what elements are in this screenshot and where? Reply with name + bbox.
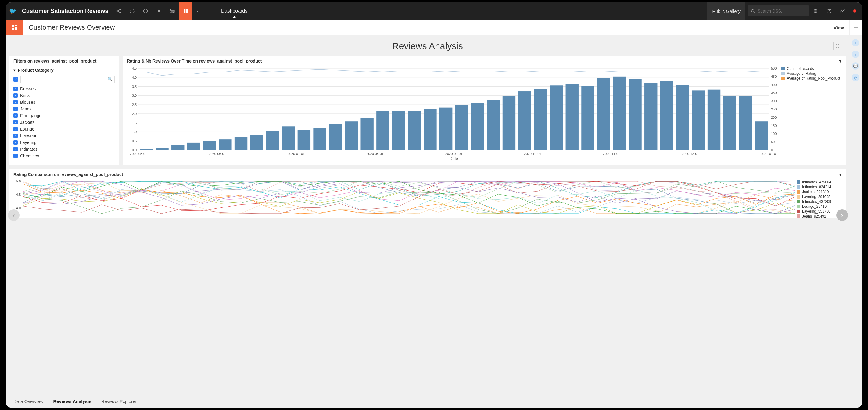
- svg-rect-74: [392, 111, 405, 150]
- rail-comment-icon[interactable]: 💬: [852, 62, 859, 69]
- filter-item[interactable]: ✓Fine gauge: [13, 112, 115, 119]
- svg-text:250: 250: [771, 107, 776, 111]
- scroll-area[interactable]: Reviews Analysis ⛶ Filters on reviews_ag…: [6, 35, 849, 395]
- checkbox-icon[interactable]: ✓: [13, 107, 18, 111]
- svg-rect-75: [408, 111, 421, 150]
- play-icon[interactable]: [152, 2, 165, 20]
- legend-item: Average of Rating_Pool_Product: [781, 76, 842, 81]
- tab-reviews-explorer[interactable]: Reviews Explorer: [96, 395, 142, 408]
- checkbox-icon[interactable]: ✓: [13, 140, 18, 145]
- search-input[interactable]: [755, 8, 806, 13]
- recipes-icon[interactable]: [125, 2, 139, 20]
- svg-rect-81: [503, 96, 516, 150]
- activity-icon[interactable]: [836, 2, 849, 20]
- svg-rect-68: [298, 130, 310, 150]
- svg-rect-65: [250, 135, 263, 150]
- dashboard-icon[interactable]: [179, 2, 192, 20]
- chart2-title: Rating Comparison on reviews_against_poo…: [9, 169, 846, 180]
- filter-item[interactable]: ✓Knits: [13, 92, 115, 99]
- filter-item[interactable]: ✓Blouses: [13, 99, 115, 106]
- svg-text:2.5: 2.5: [132, 103, 136, 107]
- filter-item[interactable]: ✓Jeans: [13, 106, 115, 112]
- svg-rect-18: [814, 12, 815, 13]
- checkbox-icon[interactable]: ✓: [13, 147, 18, 151]
- filter-item[interactable]: ✓Lounge: [13, 126, 115, 133]
- checkbox-icon[interactable]: ✓: [13, 127, 18, 131]
- checkbox-icon[interactable]: ✓: [13, 134, 18, 138]
- filter-item[interactable]: ✓Chemises: [13, 152, 115, 159]
- filter-item-label: Dresses: [20, 86, 36, 91]
- caret-down-icon: ▾: [13, 68, 15, 72]
- checkbox-icon[interactable]: ✓: [13, 87, 18, 91]
- svg-rect-23: [12, 25, 14, 27]
- filter-item[interactable]: ✓Intimates: [13, 146, 115, 152]
- filter-item[interactable]: ✓Jackets: [13, 119, 115, 126]
- apps-icon[interactable]: [809, 2, 822, 20]
- collapse-right-icon[interactable]: ←: [850, 20, 862, 35]
- svg-rect-62: [203, 141, 216, 150]
- public-gallery-button[interactable]: Public Gallery: [707, 2, 745, 20]
- tile-filter-icon[interactable]: ▼: [838, 59, 842, 63]
- legend-item: Intimates_834214: [797, 185, 842, 189]
- svg-text:400: 400: [771, 83, 776, 87]
- checkbox-icon[interactable]: ✓: [13, 120, 18, 124]
- view-button[interactable]: View: [828, 20, 850, 35]
- select-all-checkbox[interactable]: ✓: [13, 77, 18, 82]
- svg-text:4.5: 4.5: [16, 193, 21, 197]
- svg-rect-96: [739, 96, 752, 150]
- svg-rect-77: [439, 108, 452, 150]
- filter-group-toggle[interactable]: ▾ Product Category: [9, 66, 119, 74]
- svg-text:2020-07-01: 2020-07-01: [288, 152, 305, 155]
- filter-list[interactable]: ✓Dresses✓Knits✓Blouses✓Jeans✓Fine gauge✓…: [9, 85, 119, 160]
- flow-icon[interactable]: [112, 2, 125, 20]
- svg-rect-78: [455, 105, 468, 150]
- nav-dashboards[interactable]: Dashboards: [215, 8, 253, 14]
- svg-text:2020-12-01: 2020-12-01: [682, 152, 699, 155]
- next-slide-button[interactable]: ›: [836, 209, 848, 221]
- svg-rect-64: [235, 137, 247, 150]
- help-icon[interactable]: [822, 2, 836, 20]
- filter-item[interactable]: ✓Layering: [13, 139, 115, 146]
- prev-slide-button[interactable]: ‹: [8, 209, 20, 221]
- filter-item-label: Lounge: [20, 126, 34, 131]
- filter-item-label: Intimates: [20, 147, 37, 152]
- checkbox-icon[interactable]: ✓: [13, 154, 18, 158]
- svg-rect-76: [424, 109, 436, 150]
- code-icon[interactable]: [139, 2, 152, 20]
- checkbox-icon[interactable]: ✓: [13, 93, 18, 98]
- svg-rect-86: [581, 86, 594, 150]
- filter-item-label: Knits: [20, 93, 30, 98]
- rail-info-icon[interactable]: i: [852, 51, 859, 58]
- svg-text:2020-06-01: 2020-06-01: [209, 152, 226, 155]
- search-box[interactable]: [748, 5, 809, 17]
- svg-text:1.5: 1.5: [132, 121, 136, 125]
- filter-item-label: Chemises: [20, 153, 39, 158]
- checkbox-icon[interactable]: ✓: [13, 100, 18, 104]
- project-name[interactable]: Customer Satisfaction Reviews: [18, 8, 112, 14]
- svg-rect-14: [816, 9, 817, 10]
- svg-text:2021-01-01: 2021-01-01: [761, 152, 778, 155]
- tab-data-overview[interactable]: Data Overview: [8, 395, 48, 408]
- fullscreen-button[interactable]: ⛶: [833, 42, 841, 50]
- topbar: 🐦 Customer Satisfaction Reviews ⋯ Dashbo…: [6, 2, 862, 20]
- svg-point-3: [130, 9, 134, 13]
- svg-text:2020-08-01: 2020-08-01: [366, 152, 383, 155]
- rail-history-icon[interactable]: ◔: [852, 74, 859, 81]
- svg-rect-89: [628, 79, 641, 150]
- print-icon[interactable]: [165, 2, 179, 20]
- filter-item[interactable]: ✓Legwear: [13, 133, 115, 139]
- more-icon[interactable]: ⋯: [192, 2, 206, 20]
- svg-rect-93: [692, 90, 705, 150]
- tile-filter-icon[interactable]: ▼: [838, 172, 842, 177]
- svg-point-22: [829, 12, 829, 12]
- svg-text:2020-09-01: 2020-09-01: [445, 152, 462, 155]
- checkbox-icon[interactable]: ✓: [13, 114, 18, 118]
- svg-rect-73: [376, 111, 389, 150]
- svg-rect-17: [816, 11, 817, 11]
- filter-item[interactable]: ✓Dresses: [13, 85, 115, 92]
- add-icon[interactable]: +: [852, 39, 859, 47]
- svg-rect-92: [676, 85, 689, 150]
- tab-reviews-analysis[interactable]: Reviews Analysis: [48, 395, 96, 408]
- filter-search-input[interactable]: 🔍: [21, 76, 115, 83]
- logo-icon[interactable]: 🐦: [7, 7, 18, 14]
